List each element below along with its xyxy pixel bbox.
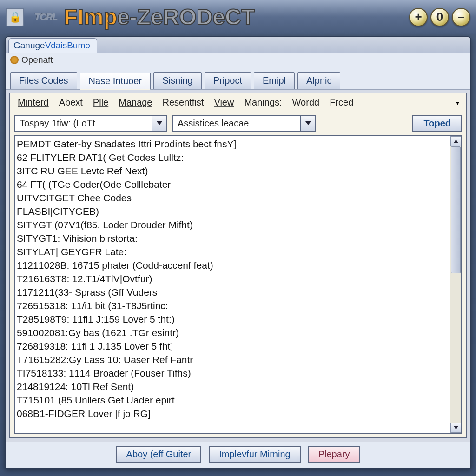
menu-wordd[interactable]: Wordd (289, 96, 324, 109)
tab-nase-intuoer[interactable]: Nase Intuoer (80, 73, 151, 90)
list-item[interactable]: SITYGT (07V1(f85. Loder Drouder Mifht) (17, 218, 448, 231)
scroll-up-button[interactable] (450, 136, 461, 146)
zero-button[interactable]: 0 (430, 8, 449, 26)
tab-files-codes[interactable]: Files Codes (10, 72, 77, 89)
window-subtitle-row: Openaft (6, 53, 470, 67)
window-tab-pre: Ganuge (13, 40, 45, 51)
svg-marker-2 (454, 139, 458, 143)
list-item[interactable]: 591002081:Gy bas (1621 .TGr esintr) (17, 326, 448, 339)
list-item[interactable]: 62 FLITYLER DAT1( Get Codes Lulltz: (17, 151, 448, 164)
menubar: Minterd Abext Plle Manage Resentfist Vie… (10, 93, 466, 111)
list-item[interactable]: T715101 (85 Unllers Gef Uader epirt (17, 393, 448, 407)
app-title: FImpe-ZeRODeCT (64, 4, 255, 30)
window-tab-post: Bumo (67, 40, 90, 51)
tab-pripoct[interactable]: Pripoct (205, 72, 251, 89)
menu-plle[interactable]: Plle (89, 96, 112, 109)
combo-assistices-text: Assistices leacae (173, 118, 253, 129)
content-panel: Minterd Abext Plle Manage Resentfist Vie… (9, 93, 467, 438)
list-item[interactable]: PEMDT Gater-by Snadates Ittri Prodints b… (17, 137, 448, 151)
titlebar: 🔒 TCRL FImpe-ZeRODeCT + 0 – (0, 0, 476, 34)
window-subtitle: Openaft (21, 55, 53, 65)
scroll-thumb[interactable] (451, 146, 461, 273)
list-item[interactable]: TI7518133: 1114 Broader (Fouser Tifhs) (17, 366, 448, 380)
menu-resentfist[interactable]: Resentfist (159, 96, 208, 109)
toolbar: Tospay 1tiw: (LoTt Assistices leacae Top… (10, 111, 466, 135)
title-seg-1: FImp (64, 5, 117, 29)
plepary-button[interactable]: Plepary (308, 446, 360, 463)
chevron-down-icon[interactable] (300, 116, 315, 131)
list-item[interactable]: 3ITC RU GEE Levtc Ref Next) (17, 164, 448, 178)
title-seg-2: e-ZeRODeCT (117, 5, 255, 29)
list-item[interactable]: 068B1-FIDGER Lover |f jo RG] (17, 407, 448, 420)
minus-button[interactable]: – (452, 8, 470, 26)
list-container: PEMDT Gater-by Snadates Ittri Prodints b… (14, 135, 462, 434)
list-item[interactable]: UITVCITGET Chee Codes (17, 191, 448, 205)
gear-icon (10, 56, 19, 64)
menu-view[interactable]: View (210, 96, 238, 109)
svg-marker-3 (454, 426, 458, 430)
svg-marker-0 (157, 121, 162, 125)
menu-abext[interactable]: Abext (55, 96, 86, 109)
combo-tospay-text: Tospay 1tiw: (LoTt (15, 118, 99, 129)
menu-overflow-icon[interactable]: ▾ (453, 98, 462, 107)
menu-manings[interactable]: Manings: (240, 96, 285, 109)
list-item[interactable]: 11211028B: 16715 phater (Codd-accenf fea… (17, 258, 448, 272)
menu-manage[interactable]: Manage (115, 96, 156, 109)
menu-frced[interactable]: Frced (326, 96, 357, 109)
list-item[interactable]: SITYLAT| GEYGFR Late: (17, 245, 448, 258)
code-list[interactable]: PEMDT Gater-by Snadates Ittri Prodints b… (15, 136, 450, 433)
plus-button[interactable]: + (409, 8, 428, 26)
chevron-down-icon[interactable] (152, 116, 166, 131)
list-item[interactable]: 726515318: 11/i1 bit (31-T8J5rtinc: (17, 299, 448, 312)
tab-alpnic[interactable]: Alpnic (298, 72, 340, 89)
list-item[interactable]: 64 FT( (TGe Coder(Ode Colllebater (17, 178, 448, 191)
window-tab-row: Ganuge Vdais Bumo (6, 37, 470, 53)
list-item[interactable]: T71615282:Gy Lass 10: Uaser Ref Fantr (17, 353, 448, 366)
svg-marker-1 (305, 121, 311, 125)
tab-emipl[interactable]: Emipl (254, 72, 295, 89)
list-item[interactable]: 1171211(33- Sprass (Gff Vuders (17, 285, 448, 299)
imple-button[interactable]: Implevfur Mirning (209, 446, 300, 463)
list-item[interactable]: T216163T8: 12.T1/4TlV|Ovtfur) (17, 272, 448, 285)
main-window: Ganuge Vdais Bumo Openaft Files Codes Na… (5, 36, 471, 469)
list-item[interactable]: 214819124: 10Tl Ref Sent) (17, 380, 448, 393)
window-tab-mid: Vdais (45, 40, 67, 51)
scrollbar (450, 136, 461, 433)
combo-assistices[interactable]: Assistices leacae (172, 115, 316, 132)
list-item[interactable]: SITYGT1: Vihision birstorta: (17, 231, 448, 245)
tab-strip: Files Codes Nase Intuoer Sisning Pripoct… (6, 67, 470, 90)
list-item[interactable]: T285198T9: 11fl1 J:159 Lover 5 tht:) (17, 312, 448, 326)
menu-minterd[interactable]: Minterd (14, 96, 53, 109)
list-item[interactable]: 726819318: 11fl 1 J.135 Lover 5 fht] (17, 339, 448, 353)
toped-button[interactable]: Toped (412, 115, 462, 132)
list-item[interactable]: FLASBI|CITYGEB) (17, 205, 448, 218)
combo-tospay[interactable]: Tospay 1tiw: (LoTt (14, 115, 167, 132)
window-tab[interactable]: Ganuge Vdais Bumo (8, 38, 97, 53)
title-emblem: TCRL (28, 11, 64, 23)
tab-sisning[interactable]: Sisning (153, 72, 202, 89)
footer: Aboy (eff Guiter Implevfur Mirning Plepa… (6, 442, 470, 468)
aboy-button[interactable]: Aboy (eff Guiter (116, 446, 202, 463)
titlebar-controls: + 0 – (409, 8, 470, 26)
scroll-down-button[interactable] (450, 423, 461, 433)
lock-icon: 🔒 (6, 8, 24, 26)
scroll-track[interactable] (450, 146, 461, 423)
